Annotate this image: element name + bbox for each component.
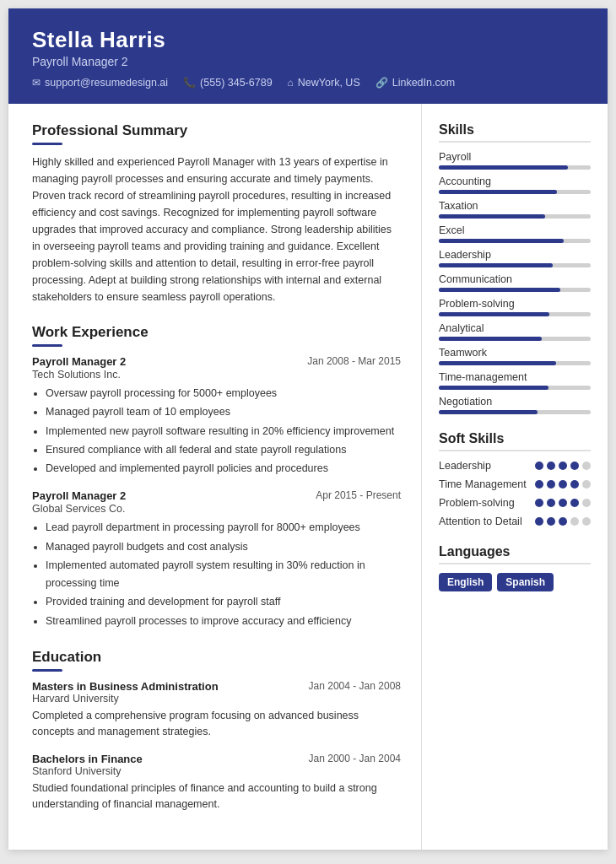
job-bullets-1: Lead payroll department in processing pa…: [32, 519, 401, 630]
skill-bar-bg-1: [439, 190, 591, 194]
lang-tag-0: English: [439, 573, 492, 591]
contact-location: ⌂ NewYork, US: [288, 77, 360, 89]
skills-divider: [439, 141, 591, 143]
skill-name-9: Time-management: [439, 371, 591, 383]
skill-bar-fill-8: [439, 361, 556, 365]
left-column: Professional Summary Highly skilled and …: [8, 104, 422, 850]
linkedin-text: LinkedIn.com: [392, 77, 455, 89]
job-title-0: Payroll Manager 2: [32, 355, 126, 368]
skill-bar-bg-9: [439, 386, 591, 390]
edu-date-0: Jan 2004 - Jan 2008: [309, 680, 401, 692]
skill-name-5: Communication: [439, 273, 591, 285]
skill-row-8: Teamwork: [439, 347, 591, 365]
job-bullet: Streamlined payroll processes to improve…: [46, 613, 401, 630]
dot-filled: [547, 480, 555, 489]
skill-bar-bg-8: [439, 361, 591, 365]
skill-bar-bg-7: [439, 337, 591, 341]
soft-skill-name-1: Time Management: [439, 478, 535, 490]
soft-skill-row-2: Problem-solving: [439, 497, 591, 509]
skill-row-5: Communication: [439, 273, 591, 292]
dot-filled: [570, 462, 579, 470]
dots-container-0: [535, 462, 591, 470]
summary-title: Professional Summary: [32, 122, 401, 139]
dot-filled: [535, 517, 543, 526]
dot-filled: [535, 480, 543, 489]
skill-row-7: Analytical: [439, 322, 591, 341]
job-bullet: Managed payroll team of 10 employees: [46, 403, 401, 421]
skill-bar-fill-4: [439, 263, 553, 267]
job-bullet: Developed and implemented payroll polici…: [46, 460, 401, 478]
edu-degree-0: Masters in Business Administration: [32, 680, 219, 693]
skill-row-2: Taxation: [439, 200, 591, 219]
contact-phone: 📞 (555) 345-6789: [183, 77, 272, 89]
dots-container-3: [535, 517, 591, 526]
edu-header-1: Bachelors in Finance Jan 2000 - Jan 2004: [32, 753, 401, 765]
skill-name-3: Excel: [439, 224, 591, 236]
soft-skills-section: Soft Skills Leadership Time Management P…: [439, 431, 591, 527]
skill-bar-fill-7: [439, 337, 542, 341]
dot-filled: [570, 480, 579, 489]
dots-container-2: [535, 499, 591, 507]
edu-desc-0: Completed a comprehensive program focusi…: [32, 708, 401, 741]
job-bullet: Implemented new payroll software resulti…: [46, 423, 401, 440]
linkedin-icon: 🔗: [376, 77, 388, 89]
skill-bar-bg-5: [439, 288, 591, 292]
summary-section: Professional Summary Highly skilled and …: [32, 122, 401, 305]
skill-bar-fill-6: [439, 312, 549, 316]
dot-filled: [547, 517, 555, 526]
soft-skill-row-0: Leadership: [439, 460, 591, 472]
edu-school-1: Stanford University: [32, 765, 401, 777]
skill-row-1: Accounting: [439, 176, 591, 194]
job-block-0: Payroll Manager 2 Jan 2008 - Mar 2015 Te…: [32, 355, 401, 478]
skill-bar-fill-10: [439, 410, 538, 414]
work-experience-title: Work Experience: [32, 324, 401, 341]
email-text: support@resumedesign.ai: [45, 77, 168, 89]
skill-bar-bg-2: [439, 214, 591, 219]
soft-skills-divider: [439, 450, 591, 451]
edu-desc-1: Studied foundational principles of finan…: [32, 780, 401, 813]
education-title: Education: [32, 649, 401, 666]
skill-bar-fill-1: [439, 190, 557, 194]
languages-divider: [439, 563, 591, 564]
skills-section: Skills Payroll Accounting Taxation Excel: [439, 122, 591, 414]
skill-bar-bg-0: [439, 165, 591, 170]
skill-bar-fill-3: [439, 239, 564, 243]
candidate-name: Stella Harris: [32, 27, 584, 53]
job-date-1: Apr 2015 - Present: [316, 489, 401, 501]
skill-row-3: Excel: [439, 224, 591, 243]
education-list: Masters in Business Administration Jan 2…: [32, 680, 401, 813]
skill-row-0: Payroll: [439, 151, 591, 170]
work-experience-divider: [32, 344, 62, 347]
dot-filled: [559, 462, 567, 470]
skill-bar-bg-3: [439, 239, 591, 243]
lang-tag-1: Spanish: [497, 573, 554, 591]
soft-skill-name-3: Attention to Detail: [439, 516, 535, 527]
summary-divider: [32, 143, 62, 145]
job-bullet: Provided training and development for pa…: [46, 593, 401, 611]
education-section: Education Masters in Business Administra…: [32, 649, 401, 813]
contact-linkedin: 🔗 LinkedIn.com: [376, 77, 455, 89]
dot-empty: [582, 499, 591, 507]
skill-bar-bg-10: [439, 410, 591, 414]
job-header-0: Payroll Manager 2 Jan 2008 - Mar 2015: [32, 355, 401, 368]
skill-bar-bg-6: [439, 312, 591, 316]
job-bullet: Implemented automated payroll system res…: [46, 557, 401, 593]
languages-section: Languages EnglishSpanish: [439, 544, 591, 591]
dot-filled: [559, 499, 567, 507]
soft-skill-name-2: Problem-solving: [439, 497, 535, 509]
job-bullet: Oversaw payroll processing for 5000+ emp…: [46, 385, 401, 402]
summary-text: Highly skilled and experienced Payroll M…: [32, 154, 401, 305]
soft-skill-row-3: Attention to Detail: [439, 516, 591, 527]
edu-block-0: Masters in Business Administration Jan 2…: [32, 680, 401, 741]
skill-name-4: Leadership: [439, 249, 591, 261]
dot-empty: [570, 517, 579, 526]
skill-row-4: Leadership: [439, 249, 591, 267]
skill-row-6: Problem-solving: [439, 298, 591, 316]
contact-row: ✉ support@resumedesign.ai 📞 (555) 345-67…: [32, 77, 584, 89]
skill-name-6: Problem-solving: [439, 298, 591, 310]
skill-name-7: Analytical: [439, 322, 591, 334]
dot-empty: [582, 517, 591, 526]
soft-skills-list: Leadership Time Management Problem-solvi…: [439, 460, 591, 527]
skill-bar-bg-4: [439, 263, 591, 267]
contact-email: ✉ support@resumedesign.ai: [32, 77, 168, 89]
